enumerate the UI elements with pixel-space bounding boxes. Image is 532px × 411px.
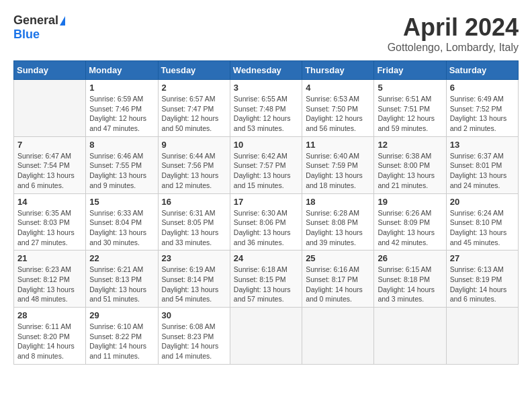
day-detail: Sunrise: 6:47 AM Sunset: 7:54 PM Dayligh… — [17, 151, 82, 191]
calendar-cell — [302, 308, 374, 365]
calendar-subtitle: Gottolengo, Lombardy, Italy — [388, 42, 519, 54]
day-number: 28 — [17, 310, 82, 320]
day-number: 24 — [234, 253, 298, 263]
title-block: April 2024 Gottolengo, Lombardy, Italy — [388, 13, 519, 54]
calendar-title: April 2024 — [388, 13, 519, 42]
header-day-wednesday: Wednesday — [230, 61, 302, 80]
calendar-cell: 9Sunrise: 6:44 AM Sunset: 7:56 PM Daylig… — [158, 136, 230, 193]
day-detail: Sunrise: 6:42 AM Sunset: 7:57 PM Dayligh… — [234, 151, 298, 191]
calendar-cell: 5Sunrise: 6:51 AM Sunset: 7:51 PM Daylig… — [374, 80, 446, 137]
calendar-cell: 15Sunrise: 6:33 AM Sunset: 8:04 PM Dayli… — [86, 193, 158, 250]
calendar-cell: 29Sunrise: 6:10 AM Sunset: 8:22 PM Dayli… — [86, 308, 158, 365]
day-number: 5 — [378, 83, 442, 93]
day-detail: Sunrise: 6:59 AM Sunset: 7:46 PM Dayligh… — [89, 94, 154, 134]
day-number: 2 — [162, 83, 226, 93]
calendar-cell: 13Sunrise: 6:37 AM Sunset: 8:01 PM Dayli… — [446, 136, 518, 193]
day-detail: Sunrise: 6:51 AM Sunset: 7:51 PM Dayligh… — [378, 94, 442, 134]
calendar-cell: 27Sunrise: 6:13 AM Sunset: 8:19 PM Dayli… — [446, 250, 518, 308]
calendar-week-5: 28Sunrise: 6:11 AM Sunset: 8:20 PM Dayli… — [14, 308, 519, 365]
calendar-week-4: 21Sunrise: 6:23 AM Sunset: 8:12 PM Dayli… — [14, 250, 519, 308]
day-number: 18 — [306, 197, 370, 207]
header-day-thursday: Thursday — [302, 61, 374, 80]
header-row: SundayMondayTuesdayWednesdayThursdayFrid… — [14, 61, 519, 80]
calendar-cell: 10Sunrise: 6:42 AM Sunset: 7:57 PM Dayli… — [230, 136, 302, 193]
calendar-cell: 8Sunrise: 6:46 AM Sunset: 7:55 PM Daylig… — [86, 136, 158, 193]
logo: General Blue — [13, 13, 65, 42]
day-detail: Sunrise: 6:23 AM Sunset: 8:12 PM Dayligh… — [17, 265, 82, 304]
day-number: 29 — [89, 310, 154, 320]
calendar-cell: 2Sunrise: 6:57 AM Sunset: 7:47 PM Daylig… — [158, 80, 230, 137]
calendar-cell: 21Sunrise: 6:23 AM Sunset: 8:12 PM Dayli… — [14, 250, 86, 308]
day-number: 8 — [89, 140, 154, 150]
day-detail: Sunrise: 6:10 AM Sunset: 8:22 PM Dayligh… — [89, 322, 154, 361]
day-number: 22 — [89, 253, 154, 263]
day-detail: Sunrise: 6:26 AM Sunset: 8:09 PM Dayligh… — [378, 208, 442, 248]
day-detail: Sunrise: 6:37 AM Sunset: 8:01 PM Dayligh… — [450, 151, 515, 191]
day-detail: Sunrise: 6:53 AM Sunset: 7:50 PM Dayligh… — [306, 94, 370, 134]
day-number: 14 — [17, 197, 82, 207]
day-detail: Sunrise: 6:15 AM Sunset: 8:18 PM Dayligh… — [378, 265, 442, 304]
header-day-sunday: Sunday — [14, 61, 86, 80]
calendar-cell: 3Sunrise: 6:55 AM Sunset: 7:48 PM Daylig… — [230, 80, 302, 137]
day-detail: Sunrise: 6:49 AM Sunset: 7:52 PM Dayligh… — [450, 94, 515, 134]
day-detail: Sunrise: 6:16 AM Sunset: 8:17 PM Dayligh… — [306, 265, 370, 304]
day-number: 30 — [162, 310, 226, 320]
header-day-monday: Monday — [86, 61, 158, 80]
day-detail: Sunrise: 6:30 AM Sunset: 8:06 PM Dayligh… — [234, 208, 298, 248]
calendar-cell: 11Sunrise: 6:40 AM Sunset: 7:59 PM Dayli… — [302, 136, 374, 193]
calendar-cell: 24Sunrise: 6:18 AM Sunset: 8:15 PM Dayli… — [230, 250, 302, 308]
day-number: 23 — [162, 253, 226, 263]
day-detail: Sunrise: 6:24 AM Sunset: 8:10 PM Dayligh… — [450, 208, 515, 248]
calendar-cell: 20Sunrise: 6:24 AM Sunset: 8:10 PM Dayli… — [446, 193, 518, 250]
calendar-cell: 17Sunrise: 6:30 AM Sunset: 8:06 PM Dayli… — [230, 193, 302, 250]
calendar-cell: 4Sunrise: 6:53 AM Sunset: 7:50 PM Daylig… — [302, 80, 374, 137]
day-number: 3 — [234, 83, 298, 93]
day-number: 20 — [450, 197, 515, 207]
header-day-tuesday: Tuesday — [158, 61, 230, 80]
calendar-cell — [230, 308, 302, 365]
day-detail: Sunrise: 6:35 AM Sunset: 8:03 PM Dayligh… — [17, 208, 82, 248]
day-number: 21 — [17, 253, 82, 263]
calendar-cell: 12Sunrise: 6:38 AM Sunset: 8:00 PM Dayli… — [374, 136, 446, 193]
day-detail: Sunrise: 6:11 AM Sunset: 8:20 PM Dayligh… — [17, 322, 82, 361]
day-number: 6 — [450, 83, 515, 93]
day-number: 10 — [234, 140, 298, 150]
calendar-cell: 6Sunrise: 6:49 AM Sunset: 7:52 PM Daylig… — [446, 80, 518, 137]
day-number: 7 — [17, 140, 82, 150]
header-day-friday: Friday — [374, 61, 446, 80]
page-header: General Blue April 2024 Gottolengo, Lomb… — [13, 13, 519, 54]
day-detail: Sunrise: 6:40 AM Sunset: 7:59 PM Dayligh… — [306, 151, 370, 191]
calendar-cell: 1Sunrise: 6:59 AM Sunset: 7:46 PM Daylig… — [86, 80, 158, 137]
calendar-cell: 18Sunrise: 6:28 AM Sunset: 8:08 PM Dayli… — [302, 193, 374, 250]
day-detail: Sunrise: 6:57 AM Sunset: 7:47 PM Dayligh… — [162, 94, 226, 134]
calendar-week-1: 1Sunrise: 6:59 AM Sunset: 7:46 PM Daylig… — [14, 80, 519, 137]
day-number: 12 — [378, 140, 442, 150]
calendar-week-2: 7Sunrise: 6:47 AM Sunset: 7:54 PM Daylig… — [14, 136, 519, 193]
day-detail: Sunrise: 6:46 AM Sunset: 7:55 PM Dayligh… — [89, 151, 154, 191]
day-number: 26 — [378, 253, 442, 263]
calendar-cell: 7Sunrise: 6:47 AM Sunset: 7:54 PM Daylig… — [14, 136, 86, 193]
day-detail: Sunrise: 6:38 AM Sunset: 8:00 PM Dayligh… — [378, 151, 442, 191]
day-number: 13 — [450, 140, 515, 150]
day-detail: Sunrise: 6:21 AM Sunset: 8:13 PM Dayligh… — [89, 265, 154, 304]
day-detail: Sunrise: 6:31 AM Sunset: 8:05 PM Dayligh… — [162, 208, 226, 248]
day-number: 9 — [162, 140, 226, 150]
day-number: 15 — [89, 197, 154, 207]
header-day-saturday: Saturday — [446, 61, 518, 80]
calendar-cell: 14Sunrise: 6:35 AM Sunset: 8:03 PM Dayli… — [14, 193, 86, 250]
calendar-cell — [374, 308, 446, 365]
calendar-cell: 25Sunrise: 6:16 AM Sunset: 8:17 PM Dayli… — [302, 250, 374, 308]
logo-icon — [60, 16, 65, 26]
logo-general-text: General — [13, 13, 58, 28]
calendar-week-3: 14Sunrise: 6:35 AM Sunset: 8:03 PM Dayli… — [14, 193, 519, 250]
calendar-cell: 16Sunrise: 6:31 AM Sunset: 8:05 PM Dayli… — [158, 193, 230, 250]
day-detail: Sunrise: 6:28 AM Sunset: 8:08 PM Dayligh… — [306, 208, 370, 248]
day-detail: Sunrise: 6:33 AM Sunset: 8:04 PM Dayligh… — [89, 208, 154, 248]
day-detail: Sunrise: 6:55 AM Sunset: 7:48 PM Dayligh… — [234, 94, 298, 134]
calendar-cell: 19Sunrise: 6:26 AM Sunset: 8:09 PM Dayli… — [374, 193, 446, 250]
calendar-table: SundayMondayTuesdayWednesdayThursdayFrid… — [13, 60, 519, 365]
day-detail: Sunrise: 6:13 AM Sunset: 8:19 PM Dayligh… — [450, 265, 515, 304]
calendar-cell — [446, 308, 518, 365]
day-detail: Sunrise: 6:19 AM Sunset: 8:14 PM Dayligh… — [162, 265, 226, 304]
calendar-body: 1Sunrise: 6:59 AM Sunset: 7:46 PM Daylig… — [14, 80, 519, 365]
